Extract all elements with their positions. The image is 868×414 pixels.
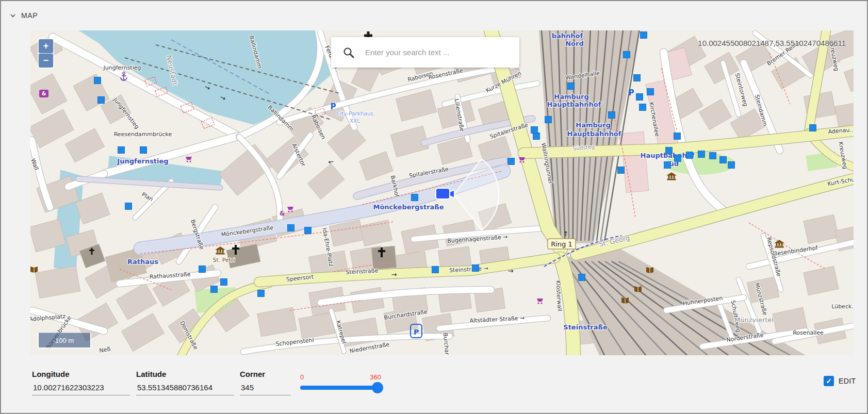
svg-text:Jungfernstieg: Jungfernstieg	[117, 157, 168, 165]
coordinates-display: 10.002455008021487,53.55102470486611	[698, 39, 846, 47]
scale-bar: 100 m	[38, 333, 91, 349]
map-vertex-marker[interactable]	[647, 89, 654, 95]
map-vertex-marker[interactable]	[618, 167, 625, 174]
svg-text:Rathaus: Rathaus	[127, 258, 158, 266]
map-vertex-marker[interactable]	[675, 155, 681, 162]
map-vertex-marker[interactable]	[288, 225, 294, 231]
map-vertex-marker[interactable]	[609, 112, 615, 119]
check-icon: ✓	[826, 377, 832, 385]
map-vertex-marker[interactable]	[728, 162, 735, 169]
map-vertex-marker[interactable]	[698, 151, 705, 158]
edit-toggle-group: ✓ EDIT	[824, 376, 856, 386]
svg-text:Mönckebergstraße: Mönckebergstraße	[373, 203, 444, 211]
zoom-out-button[interactable]: −	[39, 54, 53, 68]
slider-fill	[300, 386, 378, 390]
corner-input[interactable]	[240, 382, 291, 395]
svg-text:↑: ↑	[563, 230, 569, 238]
svg-text:Jungfernstieg: Jungfernstieg	[103, 64, 141, 71]
scale-label: 100 m	[55, 337, 74, 344]
map-vertex-marker[interactable]	[508, 158, 515, 165]
svg-text:&: &	[280, 210, 285, 217]
map-vertex-marker[interactable]	[674, 133, 681, 140]
search-box	[331, 37, 519, 68]
map-vertex-marker[interactable]	[666, 147, 673, 154]
corner-field-group: Corner	[240, 370, 291, 395]
map-vertex-marker[interactable]	[636, 94, 643, 101]
map-vertex-marker[interactable]	[579, 274, 585, 281]
chevron-down-icon	[9, 12, 17, 19]
map-canvas[interactable]: Ring 1PPP&&→→→→↑←JungfernstiegJungfernst…	[30, 30, 854, 355]
slider-min-label: 0	[300, 373, 304, 381]
map-vertex-marker[interactable]	[412, 194, 418, 201]
svg-text:Reesendammbrücke: Reesendammbrücke	[114, 131, 172, 138]
svg-text:&: &	[42, 91, 46, 96]
map-vertex-marker[interactable]	[641, 32, 647, 39]
map-vertex-marker[interactable]	[545, 117, 552, 123]
svg-text:City-Parkhaus: City-Parkhaus	[336, 110, 373, 117]
map-vertex-marker[interactable]	[211, 286, 218, 293]
map-vertex-marker[interactable]	[125, 203, 132, 210]
map-panel: MAP Ring 1PPP&&→→→→↑←JungfernstiegJungfe…	[0, 0, 868, 414]
svg-text:P: P	[414, 328, 419, 336]
longitude-label: Longitude	[32, 370, 130, 378]
map-vertex-marker[interactable]	[531, 127, 538, 134]
svg-text:bahnhof: bahnhof	[552, 32, 583, 40]
svg-text:Hamburg: Hamburg	[576, 121, 610, 129]
svg-text:P: P	[629, 88, 634, 97]
map-vertex-marker[interactable]	[98, 97, 105, 104]
map-vertex-marker[interactable]	[568, 83, 575, 90]
slider-track[interactable]	[300, 386, 381, 390]
map-vertex-marker[interactable]	[118, 147, 125, 154]
map-vertex-marker[interactable]	[710, 153, 716, 159]
svg-text:Münzviertel: Münzviertel	[734, 316, 774, 324]
slider-max-label: 360	[370, 373, 381, 381]
section-title: MAP	[21, 11, 38, 20]
oneway-arrow-icon: →	[508, 267, 514, 275]
svg-text:Nord: Nord	[565, 40, 584, 47]
longitude-field-group: Longitude	[32, 370, 130, 395]
svg-text:Steinstraße: Steinstraße	[563, 323, 608, 331]
map-vertex-marker[interactable]	[305, 227, 312, 234]
zoom-control: + −	[38, 38, 54, 69]
map-vertex-marker[interactable]	[221, 279, 227, 286]
svg-text:P: P	[331, 102, 336, 111]
map-vertex-marker[interactable]	[140, 147, 147, 154]
latitude-label: Latitude	[136, 370, 234, 378]
map-vertex-marker[interactable]	[810, 125, 816, 131]
map-vertex-marker[interactable]	[624, 52, 630, 58]
map-svg[interactable]: Ring 1PPP&&→→→→↑←JungfernstiegJungfernst…	[30, 30, 854, 355]
latitude-field-group: Latitude	[136, 370, 234, 395]
map-vertex-marker[interactable]	[640, 104, 646, 111]
map-vertex-marker[interactable]	[432, 267, 439, 273]
map-vertex-marker[interactable]	[94, 77, 101, 84]
oneway-arrow-icon: ↑	[563, 230, 569, 238]
map-vertex-marker[interactable]	[664, 162, 671, 169]
slider-thumb[interactable]	[372, 382, 383, 393]
oneway-arrow-icon: →	[391, 271, 397, 278]
edit-checkbox[interactable]: ✓	[824, 376, 834, 386]
parking-icon: P	[629, 88, 634, 97]
svg-text:St. Petri: St. Petri	[212, 257, 235, 263]
edit-label: EDIT	[839, 377, 856, 385]
map-vertex-marker[interactable]	[533, 133, 540, 140]
corner-label: Corner	[240, 370, 291, 378]
svg-text:→: →	[508, 267, 514, 275]
svg-text:Hauptbahnhof: Hauptbahnhof	[547, 101, 601, 108]
zoom-in-button[interactable]: +	[39, 39, 53, 53]
svg-text:→: →	[391, 271, 397, 278]
map-vertex-marker[interactable]	[686, 152, 693, 159]
longitude-input[interactable]	[32, 382, 130, 395]
section-header[interactable]: MAP	[9, 11, 38, 20]
svg-text:Hauptbahnhof: Hauptbahnhof	[567, 130, 621, 138]
search-input[interactable]	[364, 47, 514, 57]
map-vertex-marker[interactable]	[472, 265, 479, 272]
search-icon	[342, 46, 355, 59]
map-vertex-marker[interactable]	[258, 290, 265, 297]
map-vertex-marker[interactable]	[634, 75, 641, 81]
map-vertex-marker[interactable]	[720, 157, 727, 163]
latitude-input[interactable]	[136, 382, 234, 395]
shop-amp-icon: &	[280, 210, 285, 217]
shop-bag-icon: &	[39, 90, 48, 97]
map-vertex-marker[interactable]	[199, 266, 206, 273]
svg-text:Hamburg: Hamburg	[554, 93, 588, 101]
